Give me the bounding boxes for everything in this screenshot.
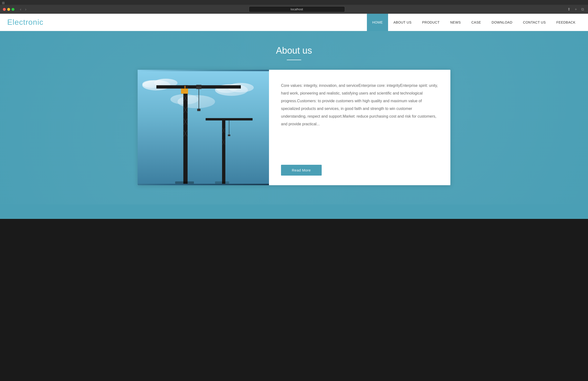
minimize-button[interactable]	[7, 8, 10, 11]
maximize-button[interactable]	[12, 8, 14, 11]
nav-contact-us[interactable]: CONTACT US	[518, 14, 551, 31]
about-content: Core values: integrity, innovation, and …	[269, 70, 450, 185]
tab-grid-icon[interactable]: ⊞	[2, 1, 5, 5]
nav-news[interactable]: NEWS	[445, 14, 466, 31]
close-button[interactable]	[3, 8, 6, 11]
back-button[interactable]: ‹	[19, 7, 22, 12]
section-title-wrap: About us	[0, 45, 588, 60]
svg-rect-28	[222, 118, 225, 184]
forward-button[interactable]: ›	[24, 7, 27, 12]
hero-section: ABOUT About us	[0, 31, 588, 204]
section-divider	[287, 60, 301, 60]
nav-home[interactable]: HOME	[367, 14, 388, 31]
address-bar-wrap: localhost	[30, 6, 564, 12]
svg-rect-40	[185, 86, 186, 88]
website: Electronic HOME ABOUT US PRODUCT NEWS CA…	[0, 14, 588, 219]
browser-actions: ⬆ + ⧉	[566, 6, 585, 12]
browser-chrome: ⊞ ‹ › localhost ⬆ + ⧉	[0, 0, 588, 14]
browser-tabs: ⊞	[0, 0, 588, 5]
svg-rect-9	[183, 85, 188, 184]
svg-rect-27	[181, 88, 188, 94]
about-image	[138, 70, 269, 185]
svg-rect-14	[197, 109, 201, 111]
svg-rect-33	[228, 135, 230, 136]
svg-rect-12	[196, 85, 201, 89]
about-card: Core values: integrity, innovation, and …	[138, 70, 450, 185]
new-tab-button[interactable]: +	[574, 6, 578, 12]
nav-about-us[interactable]: ABOUT US	[388, 14, 417, 31]
site-header: Electronic HOME ABOUT US PRODUCT NEWS CA…	[0, 14, 588, 31]
nav-feedback[interactable]: FEEDBACK	[551, 14, 581, 31]
bottom-section	[0, 204, 588, 219]
crane-illustration	[138, 70, 269, 185]
address-bar[interactable]: localhost	[249, 6, 345, 12]
nav-product[interactable]: PRODUCT	[417, 14, 445, 31]
section-title: About us	[0, 45, 588, 56]
about-body-text: Core values: integrity, innovation, and …	[281, 82, 438, 155]
read-more-button[interactable]: Read More	[281, 165, 322, 176]
svg-rect-39	[215, 181, 229, 184]
site-nav: HOME ABOUT US PRODUCT NEWS CASE DOWNLOAD…	[367, 14, 581, 31]
svg-rect-38	[175, 181, 194, 184]
window-controls	[3, 8, 14, 11]
site-logo: Electronic	[7, 18, 43, 27]
share-button[interactable]: ⬆	[566, 6, 572, 12]
nav-download[interactable]: DOWNLOAD	[486, 14, 518, 31]
nav-case[interactable]: CASE	[466, 14, 486, 31]
browser-navigation: ‹ ›	[19, 7, 28, 12]
tab-overview-button[interactable]: ⧉	[580, 6, 585, 12]
browser-toolbar: ‹ › localhost ⬆ + ⧉	[0, 5, 588, 14]
